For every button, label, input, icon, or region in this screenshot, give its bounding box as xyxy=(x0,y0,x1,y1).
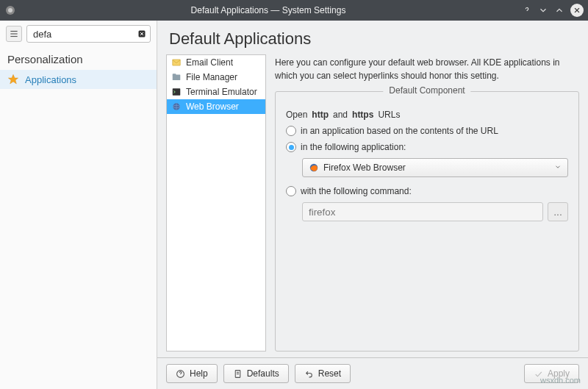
sidebar: Personalization Applications xyxy=(0,21,157,389)
svg-rect-13 xyxy=(173,74,176,75)
sidebar-item-label: Applications xyxy=(25,74,76,85)
undo-icon xyxy=(304,369,314,379)
help-button[interactable]: Help xyxy=(166,364,218,383)
folder-icon xyxy=(171,72,182,82)
radio-icon[interactable] xyxy=(286,126,296,136)
radio-option-contents[interactable]: in an application based on the contents … xyxy=(286,123,568,139)
category-label: Email Client xyxy=(186,57,233,68)
check-icon xyxy=(534,369,543,379)
svg-rect-14 xyxy=(173,88,181,95)
svg-point-1 xyxy=(8,8,12,13)
chevron-down-icon[interactable] xyxy=(537,4,550,17)
apply-button[interactable]: Apply xyxy=(524,364,579,383)
app-icon xyxy=(4,4,16,16)
search-input[interactable] xyxy=(26,25,151,43)
category-file-manager[interactable]: File Manager xyxy=(167,70,265,85)
menu-button[interactable] xyxy=(6,26,22,42)
star-icon xyxy=(7,74,19,85)
category-web-browser[interactable]: Web Browser xyxy=(167,99,265,114)
help-icon[interactable] xyxy=(520,4,534,17)
firefox-icon xyxy=(309,163,319,173)
defaults-button[interactable]: Defaults xyxy=(223,364,289,383)
svg-rect-11 xyxy=(173,60,181,65)
category-label: Terminal Emulator xyxy=(186,87,257,97)
close-button[interactable] xyxy=(570,4,584,17)
radio-label: with the following command: xyxy=(301,186,412,196)
window-title: Default Applications — System Settings xyxy=(19,5,517,15)
globe-icon xyxy=(171,101,182,112)
chevron-down-icon xyxy=(554,163,562,173)
browse-button[interactable]: ... xyxy=(548,202,568,221)
reset-button[interactable]: Reset xyxy=(295,364,351,383)
radio-label: in the following application: xyxy=(301,142,406,152)
category-label: File Manager xyxy=(186,72,237,82)
default-component-group: Default Component Open http and https UR… xyxy=(275,91,579,351)
detail-pane: Here you can configure your default web … xyxy=(266,54,579,351)
clear-search-icon[interactable] xyxy=(136,28,148,40)
open-urls-line: Open http and https URLs xyxy=(286,107,568,123)
search-box xyxy=(26,25,151,43)
button-bar: Help Defaults Reset Apply xyxy=(157,357,588,389)
sidebar-item-applications[interactable]: Applications xyxy=(0,70,157,89)
groupbox-title: Default Component xyxy=(383,85,470,96)
sidebar-section-header: Personalization xyxy=(0,47,157,70)
radio-option-command[interactable]: with the following command: xyxy=(286,183,568,199)
chevron-up-icon[interactable] xyxy=(553,4,566,17)
radio-label: in an application based on the contents … xyxy=(301,126,498,136)
category-email[interactable]: Email Client xyxy=(167,55,265,70)
window-titlebar: Default Applications — System Settings xyxy=(0,0,588,21)
command-input[interactable] xyxy=(302,202,543,221)
browser-select[interactable]: Firefox Web Browser xyxy=(302,158,568,177)
help-icon xyxy=(176,369,185,379)
radio-option-application[interactable]: in the following application: xyxy=(286,139,568,155)
radio-icon[interactable] xyxy=(286,186,296,196)
category-terminal[interactable]: Terminal Emulator xyxy=(167,85,265,99)
radio-icon[interactable] xyxy=(286,142,296,152)
document-icon xyxy=(233,369,243,379)
category-list: Email Client File Manager Terminal Emula… xyxy=(166,54,266,351)
svg-marker-10 xyxy=(8,74,18,84)
page-title: Default Applications xyxy=(157,21,588,54)
mail-icon xyxy=(171,57,182,68)
category-label: Web Browser xyxy=(186,101,239,112)
terminal-icon xyxy=(171,87,182,97)
combo-value: Firefox Web Browser xyxy=(323,163,406,173)
main-pane: Default Applications Email Client File M… xyxy=(157,21,588,389)
